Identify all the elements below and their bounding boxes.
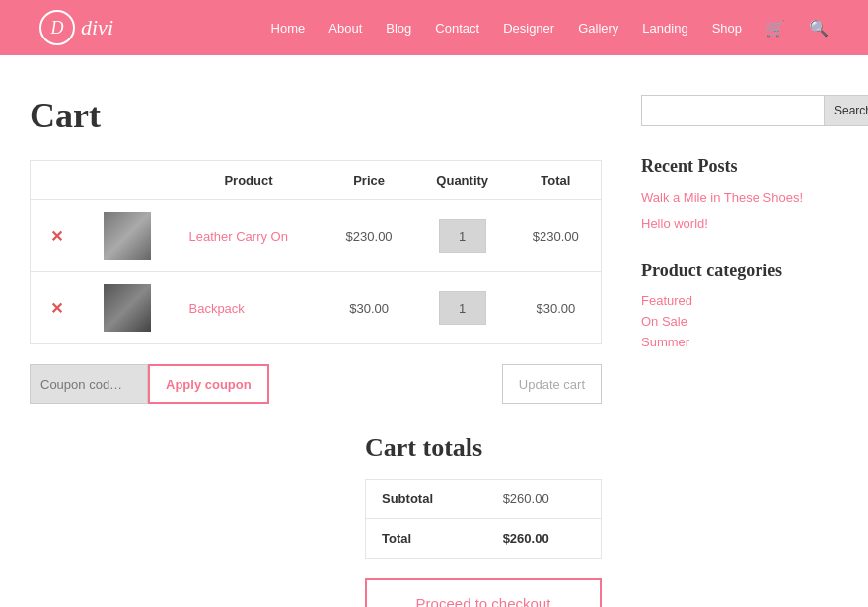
cart-actions: Apply coupon Update cart	[30, 364, 602, 404]
quantity-input-1[interactable]: 1	[439, 219, 486, 253]
table-row: ✕ Leather Carry On $230.00 1 $230.00	[31, 200, 602, 272]
subtotal-value: $260.00	[487, 480, 602, 519]
search-button[interactable]: Search	[825, 95, 868, 126]
product-total-1: $230.00	[511, 200, 602, 272]
category-on-sale[interactable]: On Sale	[641, 314, 838, 329]
nav-landing[interactable]: Landing	[642, 21, 687, 36]
cart-table: Product Price Quantity Total ✕ Leather C…	[30, 160, 602, 344]
col-price: Price	[324, 161, 413, 200]
coupon-input[interactable]	[30, 364, 148, 404]
table-row: ✕ Backpack $30.00 1 $30.00	[31, 272, 602, 344]
col-total: Total	[511, 161, 602, 200]
checkout-button[interactable]: Proceed to checkout	[365, 578, 602, 607]
main-nav: Home About Blog Contact Designer Gallery…	[271, 19, 829, 38]
apply-coupon-button[interactable]: Apply coupon	[148, 364, 269, 404]
update-cart-button[interactable]: Update cart	[502, 364, 602, 404]
product-image-2	[104, 284, 151, 332]
logo-name: divi	[81, 15, 113, 40]
remove-item-2[interactable]: ✕	[50, 300, 63, 317]
col-image	[82, 161, 173, 200]
product-name-1[interactable]: Leather Carry On	[188, 229, 287, 244]
search-bar: Search	[641, 95, 838, 126]
remove-item-1[interactable]: ✕	[50, 228, 63, 245]
search-input[interactable]	[641, 95, 825, 126]
recent-post-1[interactable]: Walk a Mile in These Shoes!	[641, 189, 838, 208]
main-wrapper: Cart Product Price Quantity Total ✕ Leat…	[0, 55, 868, 607]
recent-post-2[interactable]: Hello world!	[641, 214, 838, 234]
totals-table: Subtotal $260.00 Total $260.00	[365, 479, 602, 559]
col-quantity: Quantity	[414, 161, 511, 200]
nav-blog[interactable]: Blog	[386, 21, 411, 36]
logo-letter: D	[51, 18, 64, 38]
category-summer[interactable]: Summer	[641, 335, 838, 349]
product-price-2: $30.00	[324, 272, 413, 344]
nav-about[interactable]: About	[328, 21, 362, 36]
recent-posts-title: Recent Posts	[641, 156, 838, 177]
nav-contact[interactable]: Contact	[435, 21, 479, 36]
total-row: Total $260.00	[366, 519, 602, 559]
cart-totals: Cart totals Subtotal $260.00 Total $260.…	[365, 433, 602, 607]
search-icon[interactable]: 🔍	[809, 19, 829, 38]
header: D divi Home About Blog Contact Designer …	[0, 0, 868, 55]
page-title: Cart	[30, 95, 602, 136]
nav-gallery[interactable]: Gallery	[578, 21, 618, 36]
subtotal-row: Subtotal $260.00	[366, 480, 602, 519]
product-categories-title: Product categories	[641, 261, 838, 281]
total-value: $260.00	[487, 519, 602, 559]
category-featured[interactable]: Featured	[641, 293, 838, 308]
product-name-2[interactable]: Backpack	[188, 301, 244, 316]
total-label: Total	[366, 519, 487, 559]
col-product: Product	[173, 161, 324, 200]
logo[interactable]: D divi	[39, 10, 113, 45]
logo-circle: D	[39, 10, 75, 45]
content-area: Cart Product Price Quantity Total ✕ Leat…	[30, 95, 602, 607]
col-remove	[31, 161, 83, 200]
subtotal-label: Subtotal	[366, 480, 487, 519]
nav-home[interactable]: Home	[271, 21, 306, 36]
coupon-area: Apply coupon	[30, 364, 269, 404]
cart-totals-title: Cart totals	[365, 433, 602, 463]
product-price-1: $230.00	[324, 200, 413, 272]
quantity-input-2[interactable]: 1	[439, 291, 486, 325]
sidebar: Search Recent Posts Walk a Mile in These…	[641, 95, 838, 607]
nav-shop[interactable]: Shop	[712, 21, 742, 36]
product-total-2: $30.00	[511, 272, 602, 344]
cart-icon[interactable]: 🛒	[765, 19, 785, 38]
product-categories-section: Product categories Featured On Sale Summ…	[641, 261, 838, 349]
nav-designer[interactable]: Designer	[503, 21, 554, 36]
product-image-1	[104, 212, 151, 260]
recent-posts-section: Recent Posts Walk a Mile in These Shoes!…	[641, 156, 838, 233]
